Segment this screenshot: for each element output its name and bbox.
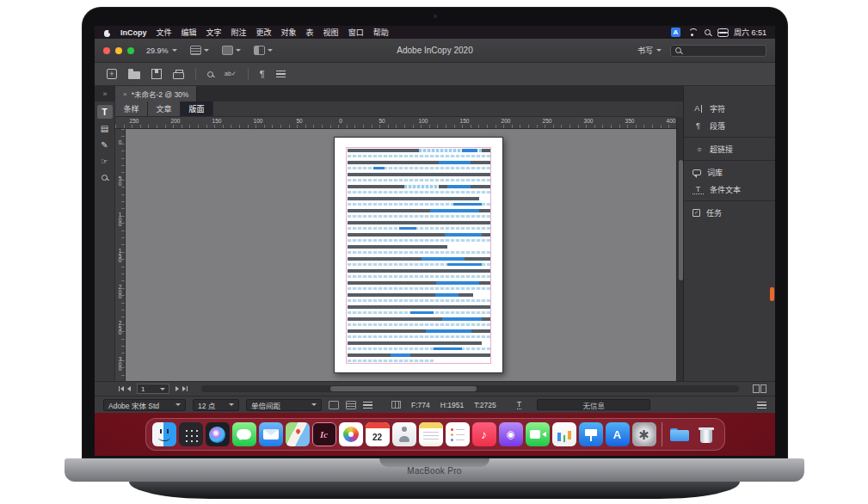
menu-更改[interactable]: 更改 [256, 27, 272, 38]
hand-tool[interactable]: ☞ [97, 154, 113, 168]
view-tab-文章[interactable]: 文章 [148, 101, 181, 116]
text-line [348, 257, 490, 261]
menu-文件[interactable]: 文件 [157, 27, 172, 38]
dock-app-store-icon[interactable]: A [606, 422, 630, 446]
search-input[interactable] [670, 45, 766, 57]
first-page-button[interactable] [119, 386, 124, 391]
type-tool[interactable]: T [97, 105, 113, 119]
arrange-documents-select[interactable] [254, 46, 273, 55]
scrollbar-thumb[interactable] [679, 160, 683, 280]
document-tab[interactable]: × *未命名-2 @ 30% [115, 86, 197, 101]
pencil-tool[interactable]: ✎ [97, 138, 113, 151]
control-center-icon[interactable] [717, 28, 727, 37]
dock-finder-icon[interactable] [152, 422, 176, 446]
workspace-switcher[interactable]: 书写 [637, 45, 662, 56]
new-document-icon[interactable] [107, 69, 117, 79]
font-family-select[interactable]: Adobe 宋体 Std [103, 399, 186, 411]
dock-trash-icon[interactable] [694, 422, 718, 446]
panel-item-thesaurus[interactable]: 词库 [684, 163, 775, 181]
dock-keynote-icon[interactable] [579, 422, 603, 446]
hidden-characters-icon[interactable] [260, 69, 265, 79]
panel-item-character[interactable]: 字符 [684, 100, 775, 117]
dock-numbers-icon[interactable] [552, 422, 576, 446]
info-field: 无信息 [537, 399, 650, 410]
dock-photos-icon[interactable] [339, 422, 363, 446]
zoom-tool[interactable] [97, 170, 113, 184]
dock-siri-icon[interactable] [206, 422, 230, 446]
chevron-down-icon [311, 403, 317, 406]
view-tab-版面[interactable]: 版面 [181, 101, 213, 116]
dock-launchpad-icon[interactable] [179, 422, 203, 446]
print-icon[interactable] [173, 72, 184, 79]
ruler-label: 50 [296, 118, 302, 124]
view-tab-条样[interactable]: 条样 [115, 101, 148, 116]
menu-视图[interactable]: 视图 [323, 27, 339, 38]
line-spacing-icon[interactable] [346, 401, 356, 409]
close-button[interactable] [103, 47, 110, 54]
vertical-scrollbar[interactable] [676, 117, 683, 381]
dock-downloads-folder-icon[interactable] [668, 422, 692, 446]
page-number-select[interactable]: 1 [137, 384, 169, 394]
menu-编辑[interactable]: 编辑 [182, 27, 197, 38]
screen-mode-select[interactable] [222, 46, 241, 55]
previous-page-button[interactable] [127, 386, 131, 391]
pages-view-icon[interactable] [753, 384, 766, 393]
panel-item-hyperlinks[interactable]: 超链接 [684, 140, 775, 157]
fullscreen-button[interactable] [127, 47, 134, 54]
dock-incopy-icon[interactable]: Ic [312, 422, 336, 446]
dock-settings-icon[interactable] [632, 422, 656, 446]
spellcheck-icon[interactable] [225, 71, 237, 77]
toolbar-separator [248, 68, 249, 80]
app-menu[interactable]: InCopy [120, 28, 147, 37]
dock-podcasts-icon[interactable] [499, 422, 523, 446]
dock-notes-icon[interactable] [419, 422, 443, 446]
panel-item-conditional-text[interactable]: 条件文本 [684, 181, 775, 198]
galley-setting-icon[interactable] [329, 401, 339, 409]
panel-item-assignments[interactable]: 任务 [684, 204, 775, 221]
apple-menu-icon[interactable] [103, 28, 111, 37]
text-highlight [391, 353, 410, 357]
last-page-button[interactable] [182, 386, 188, 391]
panel-collapse-icon[interactable]: » [95, 89, 115, 98]
view-options-select[interactable] [190, 46, 209, 55]
dock-contacts-icon[interactable] [392, 422, 416, 446]
dock-messages-icon[interactable] [232, 422, 256, 446]
zoom-level-select[interactable]: 29.9% [146, 46, 177, 55]
next-page-button[interactable] [175, 386, 179, 391]
find-icon[interactable] [207, 71, 213, 77]
toolbar-menu-icon[interactable] [276, 71, 286, 77]
dock-maps-icon[interactable] [286, 422, 310, 446]
minimize-button[interactable] [115, 47, 122, 54]
wifi-icon[interactable] [687, 28, 698, 36]
menu-对象[interactable]: 对象 [281, 27, 297, 38]
scrollbar-thumb[interactable] [330, 386, 477, 391]
input-method-icon[interactable]: A [671, 28, 680, 37]
dock-facetime-icon[interactable] [526, 422, 550, 446]
status-options-icon[interactable] [363, 402, 372, 409]
screen-mode-icon [222, 46, 233, 55]
horizontal-scrollbar[interactable] [201, 385, 739, 392]
dock-calendar-icon[interactable]: 22 [366, 422, 390, 446]
spotlight-icon[interactable] [705, 29, 711, 35]
tab-close-icon[interactable]: × [123, 90, 127, 98]
dock-music-icon[interactable] [472, 422, 496, 446]
menu-窗口[interactable]: 窗口 [348, 27, 364, 38]
panel-item-paragraph[interactable]: 段落 [684, 117, 775, 134]
save-icon[interactable] [151, 69, 162, 79]
ruler-label: 50 [379, 118, 385, 124]
statusbar-menu-icon[interactable] [757, 402, 766, 409]
menubar-clock[interactable]: 周六 6:51 [734, 27, 766, 38]
dock-extra [668, 422, 718, 446]
open-folder-icon[interactable] [128, 71, 140, 79]
menu-表[interactable]: 表 [306, 27, 314, 38]
menu-帮助[interactable]: 帮助 [373, 27, 389, 38]
dock-reminders-icon[interactable] [446, 422, 470, 446]
font-size-select[interactable]: 12 点 [193, 399, 239, 411]
menu-附注[interactable]: 附注 [231, 27, 247, 38]
menu-文字[interactable]: 文字 [206, 27, 222, 38]
ruler-label: 300 [117, 356, 123, 371]
note-tool[interactable]: ▤ [97, 121, 113, 135]
character-icon [693, 104, 704, 113]
dock-mail-icon[interactable] [259, 422, 283, 446]
leading-select[interactable]: 单倍间距 [246, 399, 322, 411]
